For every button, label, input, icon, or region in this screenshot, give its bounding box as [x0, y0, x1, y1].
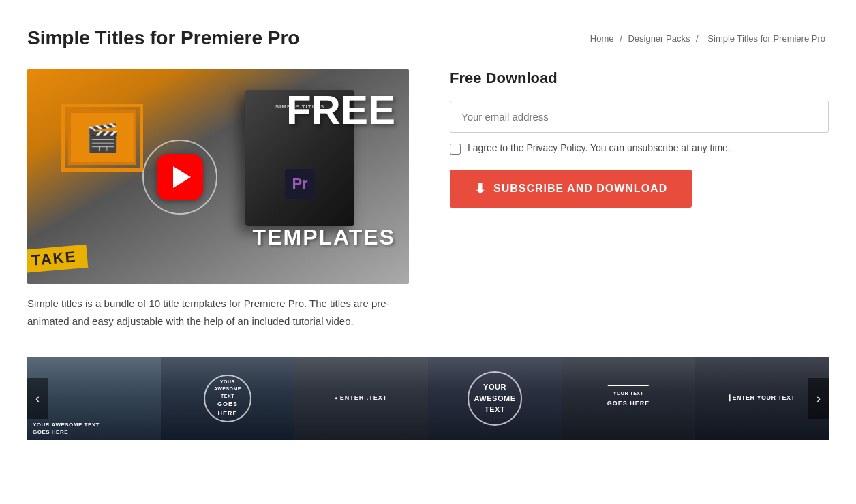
gallery-item[interactable]: YOUR AWESOME TEXT — [428, 357, 562, 440]
video-background: FREE TEMPLATES TAKE — [27, 69, 409, 284]
chevron-left-icon: ‹ — [35, 392, 40, 406]
main-content: FREE TEMPLATES TAKE Simple titles is a b… — [27, 69, 829, 330]
email-input[interactable] — [450, 101, 829, 133]
take-text: TAKE — [27, 245, 89, 273]
line-bottom — [608, 411, 649, 411]
gallery-strip: YOUR AWESOME TEXT GOES HERE YOUR AWESOME… — [27, 357, 829, 440]
page-wrapper: Simple Titles for Premiere Pro Home / De… — [0, 0, 856, 454]
gallery-text-1b: GOES HERE — [33, 428, 155, 436]
gallery-overlay-4: YOUR AWESOME TEXT — [468, 371, 522, 426]
free-text: FREE — [286, 90, 395, 131]
gallery-bg-2: YOUR AWESOME TEXT GOES HERE — [161, 357, 294, 440]
gallery-section: ‹ YOUR AWESOME TEXT GOES HERE — [27, 357, 829, 440]
privacy-text: I agree to the Privacy Policy. You can u… — [468, 142, 731, 153]
breadcrumb-designer-packs[interactable]: Designer Packs — [628, 33, 690, 44]
play-button[interactable] — [157, 154, 203, 200]
free-download-title: Free Download — [450, 69, 829, 87]
breadcrumb: Home / Designer Packs / Simple Titles fo… — [590, 33, 829, 44]
gallery-item[interactable]: YOUR AWESOME TEXT GOES HERE — [161, 357, 294, 440]
line-top — [608, 385, 649, 386]
dot-icon — [335, 398, 337, 400]
chevron-right-icon: › — [816, 392, 821, 406]
gallery-circle-4: YOUR AWESOME TEXT — [468, 371, 522, 426]
gallery-bg-3: ENTER .TEXT — [294, 357, 428, 440]
download-icon: ⬇ — [474, 180, 487, 197]
gallery-overlay-1: YOUR AWESOME TEXT GOES HERE — [27, 417, 161, 440]
subscribe-button-label: SUBSCRIBE AND DOWNLOAD — [493, 183, 667, 195]
privacy-checkbox[interactable] — [450, 144, 461, 155]
gallery-text-3: ENTER .TEXT — [340, 394, 388, 403]
privacy-row: I agree to the Privacy Policy. You can u… — [450, 142, 829, 155]
gallery-overlay-5: YOUR TEXT GOES HERE — [607, 383, 650, 414]
gallery-item[interactable]: YOUR TEXT GOES HERE — [562, 357, 695, 440]
gallery-overlay-2: YOUR AWESOME TEXT GOES HERE — [204, 375, 251, 422]
breadcrumb-home[interactable]: Home — [590, 33, 614, 44]
gallery-bg-5: YOUR TEXT GOES HERE — [562, 357, 695, 440]
breadcrumb-sep2: / — [696, 33, 699, 44]
gallery-text-1a: YOUR AWESOME TEXT — [33, 421, 155, 428]
right-column: Free Download I agree to the Privacy Pol… — [450, 69, 829, 330]
subscribe-download-button[interactable]: ⬇ SUBSCRIBE AND DOWNLOAD — [450, 170, 692, 208]
page-header: Simple Titles for Premiere Pro Home / De… — [27, 14, 829, 69]
page-title: Simple Titles for Premiere Pro — [27, 27, 299, 49]
video-thumbnail[interactable]: FREE TEMPLATES TAKE — [27, 69, 409, 284]
gallery-item[interactable]: ENTER .TEXT — [294, 357, 428, 440]
gallery-overlay-3: ENTER .TEXT — [335, 394, 388, 403]
description-text: Simple titles is a bundle of 10 title te… — [27, 295, 409, 330]
breadcrumb-sep1: / — [620, 33, 622, 44]
gallery-bg-4: YOUR AWESOME TEXT — [428, 357, 562, 440]
gallery-dot-line-3: ENTER .TEXT — [335, 394, 388, 403]
gallery-overlay-6: ENTER YOUR TEXT — [729, 394, 795, 403]
templates-text: TEMPLATES — [253, 225, 395, 250]
film-icon — [68, 110, 136, 165]
gallery-next-button[interactable]: › — [808, 378, 829, 419]
cursor-icon: ENTER YOUR TEXT — [729, 394, 795, 401]
left-column: FREE TEMPLATES TAKE Simple titles is a b… — [27, 69, 409, 330]
breadcrumb-current: Simple Titles for Premiere Pro — [707, 33, 825, 44]
gallery-circle-2: YOUR AWESOME TEXT GOES HERE — [204, 375, 251, 422]
gallery-prev-button[interactable]: ‹ — [27, 378, 48, 419]
gallery-line-style-5: YOUR TEXT GOES HERE — [607, 385, 650, 411]
